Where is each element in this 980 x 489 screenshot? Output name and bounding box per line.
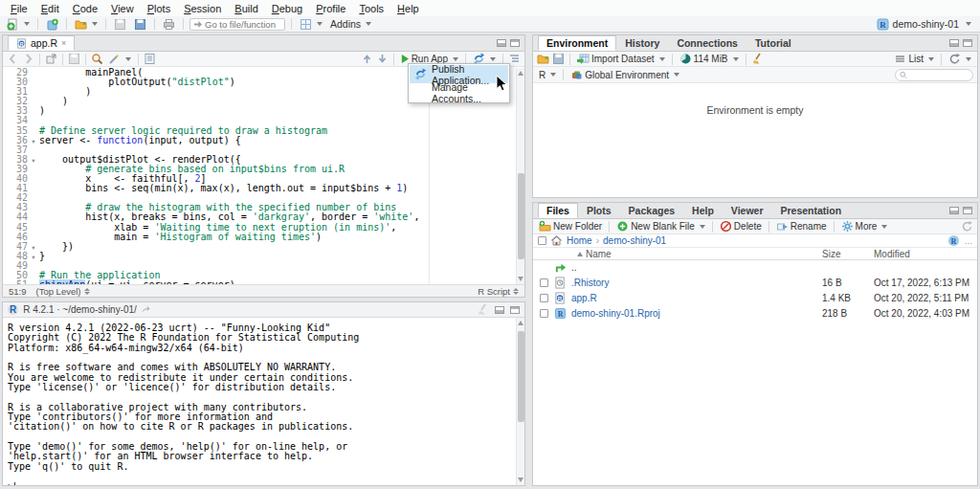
minimize-pane-icon[interactable] (949, 207, 959, 214)
addins-button[interactable]: Addins (328, 17, 373, 32)
breadcrumb-ellipsis[interactable]: ... (965, 235, 972, 246)
console-scrollbar-thumb[interactable] (518, 331, 524, 422)
tab-connections[interactable]: Connections (668, 35, 746, 51)
more-file-actions-button[interactable]: More (839, 219, 890, 233)
column-size[interactable]: Size (822, 249, 874, 259)
save-workspace-icon[interactable] (552, 53, 565, 65)
load-workspace-icon[interactable] (537, 53, 549, 65)
menu-tools[interactable]: Tools (352, 3, 390, 14)
maximize-pane-icon[interactable] (963, 207, 972, 214)
refresh-files-icon[interactable] (961, 220, 973, 233)
home-icon[interactable] (550, 234, 563, 247)
tab-plots[interactable]: Plots (578, 203, 620, 218)
fold-arrow-icon[interactable]: ▾ (28, 136, 39, 145)
tab-packages[interactable]: Packages (620, 203, 683, 218)
minimize-pane-icon[interactable] (495, 306, 504, 314)
minimize-pane-icon[interactable] (497, 39, 506, 47)
menu-session[interactable]: Session (177, 3, 228, 14)
tab-app-r[interactable]: R app.R × (8, 35, 75, 51)
column-name[interactable]: Name (586, 249, 612, 259)
popout-icon[interactable] (45, 53, 57, 65)
menu-file[interactable]: File (4, 3, 34, 14)
rename-file-button[interactable]: Rename (774, 219, 829, 233)
goto-file-function-box[interactable] (189, 18, 285, 31)
goto-input[interactable] (205, 19, 281, 30)
file-checkbox[interactable] (540, 294, 548, 302)
menu-code[interactable]: Code (66, 3, 104, 14)
project-selector[interactable]: R demo-shiny-01 (877, 18, 975, 31)
maximize-pane-icon[interactable] (963, 39, 972, 47)
breadcrumb-home-link[interactable]: Home (567, 235, 592, 246)
file-checkbox[interactable] (540, 278, 548, 287)
delete-file-button[interactable]: Delete (718, 219, 764, 233)
menu-profile[interactable]: Profile (309, 3, 352, 14)
list-view-button[interactable]: List (892, 52, 936, 66)
maximize-pane-icon[interactable] (510, 306, 520, 314)
select-all-checkbox[interactable] (538, 236, 546, 245)
menu-item-manage-accounts[interactable]: Manage Accounts... (410, 83, 508, 101)
clear-console-icon[interactable] (477, 303, 489, 316)
fold-arrow-icon[interactable]: ▾ (28, 155, 39, 165)
file-name[interactable]: .Rhistory (571, 278, 822, 288)
editor-scrollbar-thumb[interactable] (518, 173, 524, 259)
save-all-button[interactable] (132, 17, 148, 32)
file-checkbox[interactable] (540, 309, 548, 318)
tab-history[interactable]: History (616, 35, 668, 51)
fold-arrow-icon[interactable]: ▾ (28, 252, 39, 261)
console-vertical-scrollbar[interactable] (516, 318, 524, 485)
code-tools-button[interactable] (106, 52, 133, 66)
file-name[interactable]: app.R (571, 293, 822, 303)
minimize-pane-icon[interactable] (949, 39, 959, 47)
print-button[interactable] (161, 17, 177, 32)
language-selector[interactable]: R (537, 68, 558, 82)
menu-help[interactable]: Help (390, 3, 426, 14)
new-folder-button[interactable]: New Folder (537, 219, 604, 233)
new-blank-file-button[interactable]: New Blank File (614, 219, 707, 233)
file-name[interactable]: demo-shiny-01.Rproj (571, 308, 822, 319)
menu-debug[interactable]: Debug (265, 3, 309, 14)
breadcrumb-folder-link[interactable]: demo-shiny-01 (603, 235, 666, 246)
tab-environment[interactable]: Environment (538, 35, 616, 51)
environment-scope-selector[interactable]: Global Environment (568, 68, 681, 82)
new-project-button[interactable] (44, 17, 60, 32)
tab-viewer[interactable]: Viewer (723, 203, 772, 218)
forward-icon[interactable] (22, 53, 34, 65)
save-button[interactable] (112, 17, 128, 32)
scope-selector[interactable]: (Top Level) (36, 286, 90, 297)
memory-usage-button[interactable]: 114 MiB (678, 52, 741, 66)
tab-presentation[interactable]: Presentation (772, 203, 851, 218)
maximize-pane-icon[interactable] (510, 39, 520, 47)
file-type-selector[interactable]: R Script (478, 286, 519, 297)
compile-report-icon[interactable] (144, 53, 156, 65)
save-icon[interactable] (68, 53, 80, 65)
file-row-rhistory[interactable]: .Rhistory16 BOct 17, 2022, 6:13 PM (533, 276, 977, 291)
open-in-window-icon[interactable] (142, 305, 151, 315)
environment-search-box[interactable] (895, 69, 973, 81)
close-tab-icon[interactable]: × (61, 38, 66, 48)
editor-vertical-scrollbar[interactable] (516, 68, 524, 284)
refresh-environment-button[interactable] (947, 52, 973, 66)
menu-build[interactable]: Build (228, 3, 264, 14)
tab-help[interactable]: Help (683, 203, 723, 218)
file-row-demo-shiny-01-rproj[interactable]: Rdemo-shiny-01.Rproj218 BOct 20, 2022, 4… (533, 305, 977, 321)
source-down-icon[interactable] (376, 53, 389, 65)
file-row-app-r[interactable]: Rapp.R1.4 KBOct 20, 2022, 5:11 PM (533, 291, 977, 306)
console-surface[interactable]: R version 4.2.1 (2022-06-23 ucrt) -- "Fu… (3, 318, 524, 485)
menu-view[interactable]: View (104, 3, 141, 14)
import-dataset-button[interactable]: Import Dataset (575, 52, 667, 66)
new-file-button[interactable] (5, 17, 32, 32)
environment-search-input[interactable] (910, 70, 968, 79)
file-name[interactable]: .. (571, 262, 822, 273)
back-icon[interactable] (7, 53, 19, 65)
find-icon[interactable] (91, 53, 103, 65)
tab-files[interactable]: Files (538, 203, 578, 218)
file-row-[interactable]: .. (533, 260, 977, 276)
menu-plots[interactable]: Plots (141, 3, 177, 14)
clear-environment-icon[interactable] (751, 53, 764, 65)
column-modified[interactable]: Modified (874, 249, 977, 259)
tab-tutorial[interactable]: Tutorial (746, 35, 800, 51)
menu-edit[interactable]: Edit (34, 3, 66, 14)
source-up-icon[interactable] (361, 53, 373, 65)
open-file-button[interactable] (73, 17, 100, 32)
fold-arrow-icon[interactable]: ▾ (28, 242, 39, 252)
